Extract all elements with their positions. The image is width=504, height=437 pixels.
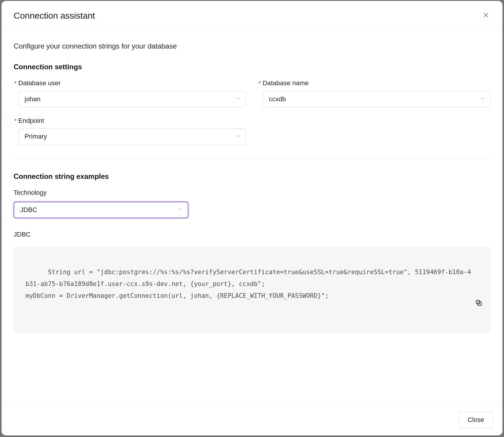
required-marker: *: [14, 80, 17, 86]
connection-assistant-modal: Connection assistant Configure your conn…: [2, 1, 502, 435]
technology-value: JDBC: [20, 205, 37, 215]
modal-title: Connection assistant: [14, 9, 95, 22]
endpoint-select[interactable]: Primary: [18, 128, 246, 145]
db-user-field: * Database user johan: [14, 79, 246, 107]
db-name-field: * Database name ccxdb: [258, 79, 490, 107]
connection-string-code: String url = "jdbc:postgres://%s:%s/%s?v…: [14, 246, 490, 334]
chevron-down-icon: [480, 95, 485, 104]
db-user-select[interactable]: johan: [18, 91, 246, 107]
modal-body: Configure your connection strings for yo…: [2, 29, 502, 404]
section-divider: [14, 158, 490, 158]
db-user-label: * Database user: [18, 79, 246, 88]
technology-field: Technology JDBC: [14, 188, 490, 218]
examples-heading: Connection string examples: [14, 171, 490, 181]
modal-subtitle: Configure your connection strings for yo…: [14, 41, 490, 51]
chevron-down-icon: [236, 132, 241, 141]
close-button[interactable]: Close: [459, 412, 493, 428]
required-marker: *: [14, 118, 17, 124]
close-icon-button[interactable]: [481, 11, 490, 20]
db-user-value: johan: [25, 95, 41, 104]
db-name-value: ccxdb: [269, 95, 286, 104]
settings-form: * Database user johan * Database name cc…: [14, 79, 490, 145]
chevron-down-icon: [236, 95, 241, 104]
example-title: JDBC: [14, 230, 490, 239]
required-marker: *: [259, 80, 261, 86]
db-name-label-text: Database name: [263, 79, 309, 88]
chevron-down-icon: [178, 205, 183, 215]
endpoint-field: * Endpoint Primary: [14, 116, 246, 145]
code-text: String url = "jdbc:postgres://%s:%s/%s?v…: [25, 269, 471, 299]
endpoint-label-text: Endpoint: [18, 116, 44, 126]
modal-header: Connection assistant: [2, 1, 502, 29]
db-name-select[interactable]: ccxdb: [263, 91, 490, 107]
modal-footer: Close: [2, 404, 502, 435]
technology-select[interactable]: JDBC: [14, 202, 188, 218]
endpoint-label: * Endpoint: [18, 116, 246, 126]
copy-icon: [474, 295, 490, 312]
endpoint-value: Primary: [25, 132, 47, 141]
db-name-label: * Database name: [263, 79, 490, 88]
technology-label: Technology: [14, 188, 490, 197]
connection-settings-heading: Connection settings: [14, 62, 490, 72]
close-icon: [482, 11, 489, 20]
db-user-label-text: Database user: [18, 79, 61, 88]
copy-button[interactable]: [474, 286, 483, 295]
